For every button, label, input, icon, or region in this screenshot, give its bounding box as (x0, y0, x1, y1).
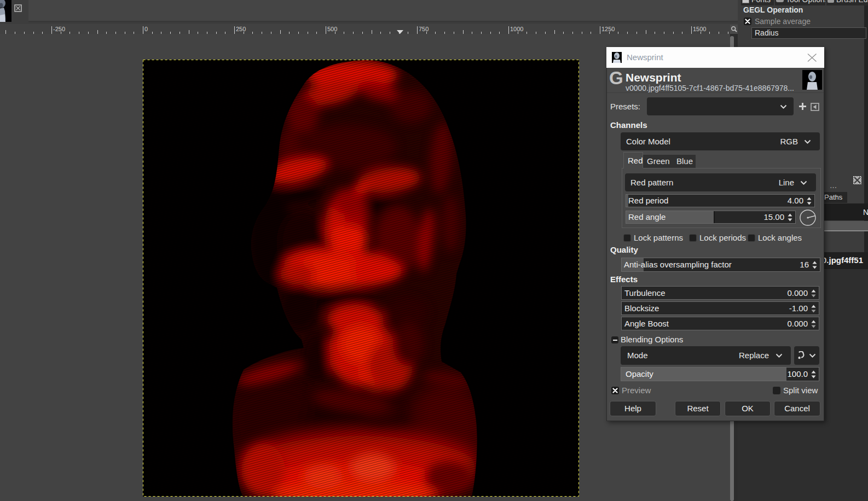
svg-text:-250: -250 (53, 26, 65, 32)
svg-text:1250: 1250 (601, 26, 615, 32)
svg-text:1000: 1000 (510, 26, 523, 32)
svg-text:500: 500 (327, 26, 337, 32)
svg-text:750: 750 (419, 26, 429, 32)
svg-text:250: 250 (236, 26, 246, 32)
svg-text:0: 0 (144, 26, 148, 32)
svg-text:1500: 1500 (693, 26, 706, 32)
